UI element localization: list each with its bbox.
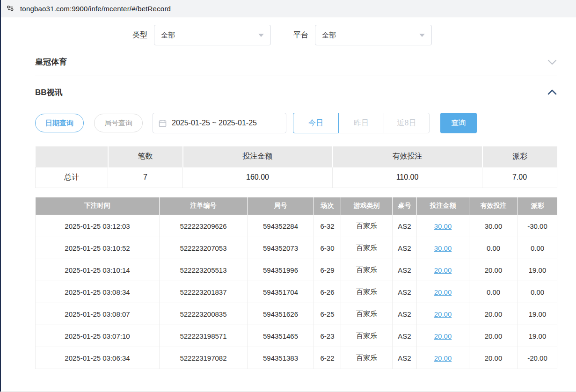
section-huangguan-sports[interactable]: 皇冠体育: [35, 49, 557, 75]
cell-bet: 20.00: [417, 259, 469, 281]
cell-time: 2025-01-25 03:10:14: [36, 259, 160, 281]
summary-total-payout: 7.00: [482, 167, 557, 188]
table-row: 2025-01-25 03:12:03522223209626594352284…: [36, 215, 557, 237]
cell-table: AS2: [393, 259, 417, 281]
round-query-button[interactable]: 局号查询: [94, 114, 143, 132]
cell-session: 6-26: [314, 281, 341, 303]
column-header-6: 投注金额: [417, 197, 469, 215]
cell-valid: 30.00: [469, 215, 518, 237]
table-row: 2025-01-25 03:07:10522223198571594351465…: [36, 325, 557, 347]
table-row: 2025-01-25 03:08:07522223200835594351626…: [36, 303, 557, 325]
section-title: 皇冠体育: [35, 57, 67, 67]
cell-table: AS2: [393, 281, 417, 303]
cell-round: 594351996: [248, 259, 314, 281]
bet-table: 下注时间注单编号局号场次游戏类别桌号投注金额有效投注派彩 2025-01-25 …: [35, 197, 557, 370]
cell-session: 6-32: [314, 215, 341, 237]
type-filter-value: 全部: [161, 31, 175, 40]
bet-amount-link[interactable]: 20.00: [434, 266, 452, 274]
summary-header-bet-amount: 投注金额: [183, 146, 333, 167]
cell-payout: 19.00: [518, 325, 557, 347]
bet-amount-link[interactable]: 20.00: [434, 288, 452, 296]
cell-payout: 0.00: [518, 281, 557, 303]
cell-table: AS2: [393, 303, 417, 325]
cell-round: 594351465: [248, 325, 314, 347]
bet-table-body: 2025-01-25 03:12:03522223209626594352284…: [36, 215, 557, 369]
cell-table: AS2: [393, 215, 417, 237]
type-filter-label: 类型: [132, 30, 147, 40]
summary-header-empty: [36, 146, 108, 167]
cell-game: 百家乐: [341, 325, 393, 347]
section-bb-video[interactable]: BB视讯: [35, 79, 557, 105]
cell-bet: 30.00: [417, 237, 469, 259]
browser-address-bar[interactable]: tongbao31.com:9900/infe/mcenter/#/betRec…: [0, 0, 576, 17]
column-header-1: 注单编号: [160, 197, 248, 215]
summary-header-row: 笔数 投注金额 有效投注 派彩: [36, 146, 557, 167]
type-filter-select[interactable]: 全部: [154, 25, 271, 45]
column-header-2: 局号: [248, 197, 314, 215]
cell-bet: 20.00: [417, 325, 469, 347]
bet-amount-link[interactable]: 30.00: [434, 244, 452, 252]
table-row: 2025-01-25 03:10:14522223205513594351996…: [36, 259, 557, 281]
date-range-input[interactable]: 2025-01-25 ~ 2025-01-25: [153, 113, 286, 133]
bet-amount-link[interactable]: 30.00: [434, 222, 452, 230]
cell-round: 594352284: [248, 215, 314, 237]
chevron-down-icon[interactable]: [547, 59, 557, 65]
cell-order: 522223201837: [160, 281, 248, 303]
bet-table-head-row: 下注时间注单编号局号场次游戏类别桌号投注金额有效投注派彩: [36, 197, 557, 215]
cell-game: 百家乐: [341, 237, 393, 259]
bet-amount-link[interactable]: 20.00: [434, 332, 452, 340]
cell-order: 522223198571: [160, 325, 248, 347]
summary-header-count: 笔数: [108, 146, 183, 167]
bet-record-page: 类型 全部 平台 全部 皇冠体育 BB视讯 日期查询 局号查询: [0, 17, 576, 369]
column-header-8: 派彩: [518, 197, 557, 215]
quick-range-group: 今日 昨日 近8日: [293, 113, 430, 133]
platform-filter-select[interactable]: 全部: [315, 25, 432, 45]
column-header-7: 有效投注: [469, 197, 518, 215]
date-query-button[interactable]: 日期查询: [35, 114, 84, 132]
chevron-down-icon: [419, 34, 425, 37]
quick-range-yesterday[interactable]: 昨日: [338, 113, 384, 133]
bet-amount-link[interactable]: 20.00: [434, 310, 452, 318]
cell-game: 百家乐: [341, 347, 393, 369]
cell-bet: 20.00: [417, 281, 469, 303]
cell-time: 2025-01-25 03:08:07: [36, 303, 160, 325]
cell-session: 6-30: [314, 237, 341, 259]
quick-range-last8days[interactable]: 近8日: [384, 113, 430, 133]
cell-table: AS2: [393, 347, 417, 369]
quick-range-today[interactable]: 今日: [293, 113, 339, 133]
cell-order: 522223209626: [160, 215, 248, 237]
chevron-down-icon: [258, 34, 264, 37]
cell-order: 522223197082: [160, 347, 248, 369]
cell-game: 百家乐: [341, 259, 393, 281]
cell-payout: 19.00: [518, 259, 557, 281]
cell-round: 594351626: [248, 303, 314, 325]
cell-round: 594351383: [248, 347, 314, 369]
cell-bet: 30.00: [417, 215, 469, 237]
cell-time: 2025-01-25 03:07:10: [36, 325, 160, 347]
bet-amount-link[interactable]: 20.00: [434, 354, 452, 362]
site-info-icon[interactable]: [6, 4, 15, 13]
summary-total-bet-amount: 160.00: [183, 167, 333, 188]
cell-game: 百家乐: [341, 281, 393, 303]
cell-session: 6-29: [314, 259, 341, 281]
url-text[interactable]: tongbao31.com:9900/infe/mcenter/#/betRec…: [20, 5, 171, 13]
cell-valid: 20.00: [469, 347, 518, 369]
cell-session: 6-23: [314, 325, 341, 347]
column-header-3: 场次: [314, 197, 341, 215]
window-left-edge: [0, 0, 1, 392]
summary-header-valid-bet: 有效投注: [333, 146, 482, 167]
cell-valid: 20.00: [469, 303, 518, 325]
chevron-up-icon[interactable]: [547, 89, 557, 95]
search-button[interactable]: 查询: [440, 113, 477, 133]
cell-session: 6-22: [314, 347, 341, 369]
cell-payout: 0.00: [518, 237, 557, 259]
column-header-4: 游戏类别: [341, 197, 393, 215]
cell-table: AS2: [393, 325, 417, 347]
cell-valid: 20.00: [469, 259, 518, 281]
platform-filter-value: 全部: [322, 31, 336, 40]
cell-time: 2025-01-25 03:12:03: [36, 215, 160, 237]
date-range-value: 2025-01-25 ~ 2025-01-25: [172, 119, 257, 127]
cell-round: 594351704: [248, 281, 314, 303]
cell-bet: 20.00: [417, 303, 469, 325]
query-controls: 日期查询 局号查询 2025-01-25 ~ 2025-01-25 今日 昨日 …: [35, 113, 557, 133]
